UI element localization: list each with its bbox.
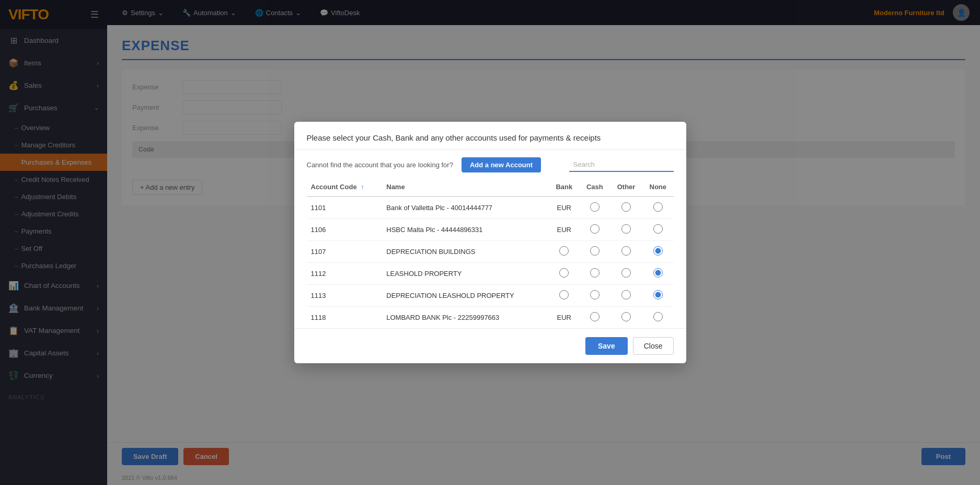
radio-other[interactable] xyxy=(621,224,631,234)
radio-bank[interactable] xyxy=(559,290,569,299)
radio-cash[interactable] xyxy=(590,290,599,299)
col-cash: Cash xyxy=(580,178,610,197)
col-none: None xyxy=(642,178,673,197)
table-row: 1113DEPRECIATION LEASHOLD PROPERTY xyxy=(307,285,674,307)
table-row: 1106HSBC Malta Plc - 44444896331EUR xyxy=(307,219,674,241)
col-bank: Bank xyxy=(549,178,580,197)
radio-other[interactable] xyxy=(621,312,631,321)
table-row: 1101Bank of Valletta Plc - 40014444777EU… xyxy=(307,197,674,219)
modal-overlay: Please select your Cash, Bank and any ot… xyxy=(0,0,980,485)
table-row: 1118LOMBARD BANK Plc - 22259997663EUR xyxy=(307,307,674,329)
add-account-button[interactable]: Add a new Account xyxy=(462,157,541,172)
radio-cash[interactable] xyxy=(590,224,599,234)
account-selection-modal: Please select your Cash, Bank and any ot… xyxy=(294,122,686,363)
col-other: Other xyxy=(610,178,642,197)
radio-none[interactable] xyxy=(653,246,663,256)
modal-search-input[interactable] xyxy=(569,158,674,172)
radio-cash[interactable] xyxy=(590,268,599,278)
radio-other[interactable] xyxy=(621,202,631,212)
radio-none[interactable] xyxy=(653,268,663,278)
radio-other[interactable] xyxy=(621,246,631,256)
col-name[interactable]: Name xyxy=(382,178,549,197)
table-row: 1107DEPRECIATION BUILDINGS xyxy=(307,241,674,263)
radio-none[interactable] xyxy=(653,312,663,321)
accounts-table: Account Code ↑ Name Bank Cash Other None… xyxy=(307,178,674,328)
modal-save-button[interactable]: Save xyxy=(585,337,628,355)
radio-none[interactable] xyxy=(653,290,663,299)
radio-cash[interactable] xyxy=(590,246,599,256)
modal-title: Please select your Cash, Bank and any ot… xyxy=(307,133,674,142)
radio-other[interactable] xyxy=(621,290,631,299)
radio-bank[interactable] xyxy=(559,268,569,278)
radio-other[interactable] xyxy=(621,268,631,278)
cannot-find-text: Cannot find the account that you are loo… xyxy=(307,161,453,169)
col-account-code[interactable]: Account Code ↑ xyxy=(307,178,383,197)
sort-icon: ↑ xyxy=(361,183,364,191)
radio-none[interactable] xyxy=(653,202,663,212)
radio-none[interactable] xyxy=(653,224,663,234)
modal-footer: Save Close xyxy=(294,328,686,363)
radio-bank[interactable] xyxy=(559,246,569,256)
radio-cash[interactable] xyxy=(590,312,599,321)
radio-cash[interactable] xyxy=(590,202,599,212)
table-row: 1112LEASHOLD PROPERTY xyxy=(307,263,674,285)
modal-header: Please select your Cash, Bank and any ot… xyxy=(294,122,686,150)
modal-close-button[interactable]: Close xyxy=(633,337,674,355)
modal-search-row: Cannot find the account that you are loo… xyxy=(294,150,686,178)
modal-table-wrap: Account Code ↑ Name Bank Cash Other None… xyxy=(294,178,686,328)
